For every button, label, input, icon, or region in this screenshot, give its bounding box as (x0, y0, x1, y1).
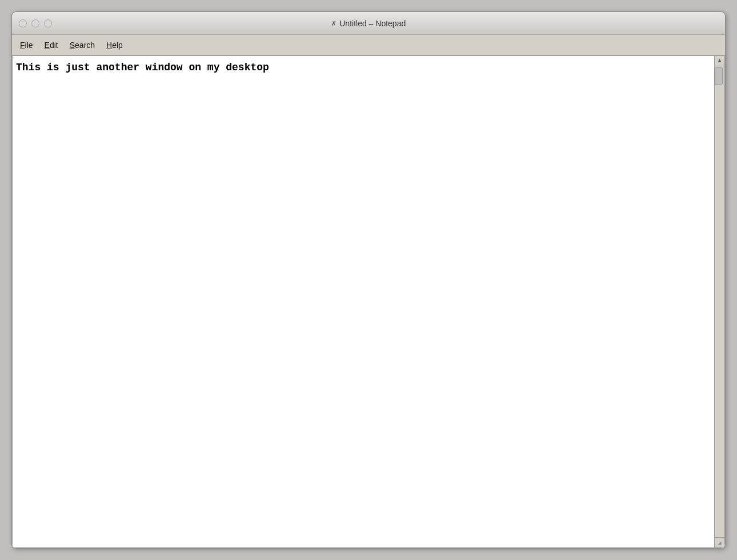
window-controls (19, 19, 52, 27)
menu-search-label: Search (70, 41, 95, 50)
content-area: This is just another window on my deskto… (12, 55, 725, 548)
menu-help[interactable]: Help (101, 38, 129, 52)
scroll-up-icon: ▲ (718, 58, 721, 64)
resize-icon: ◢ (718, 539, 721, 546)
menu-file[interactable]: File (14, 38, 39, 52)
menu-bar: File Edit Search Help (12, 35, 725, 55)
minimize-button[interactable] (31, 19, 39, 27)
title-bar: ✗ Untitled – Notepad (12, 12, 725, 35)
scroll-up-button[interactable]: ▲ (715, 56, 724, 66)
notepad-window: ✗ Untitled – Notepad File Edit Search He… (11, 11, 726, 549)
app-icon: ✗ (331, 18, 336, 28)
menu-help-label: Help (106, 41, 123, 50)
window-title: Untitled – Notepad (339, 19, 406, 28)
scrollbar-thumb[interactable] (715, 67, 723, 85)
menu-edit-label: Edit (45, 41, 58, 50)
scrollbar: ▲ ▼ (714, 56, 724, 547)
maximize-button[interactable] (44, 19, 52, 27)
editor-textarea[interactable]: This is just another window on my deskto… (13, 56, 714, 547)
menu-search[interactable]: Search (64, 38, 101, 52)
scrollbar-track[interactable] (715, 66, 724, 537)
close-button[interactable] (19, 19, 27, 27)
menu-file-label: File (20, 41, 33, 50)
menu-edit[interactable]: Edit (39, 38, 64, 52)
resize-handle[interactable]: ◢ (714, 537, 724, 547)
